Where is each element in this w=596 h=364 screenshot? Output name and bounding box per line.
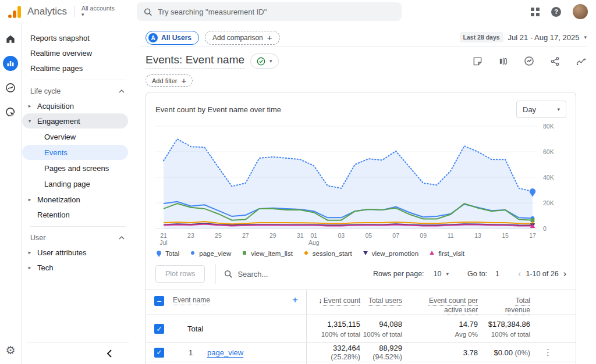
svg-text:23: 23 — [187, 232, 194, 239]
sidebar-section-user[interactable]: User — [22, 231, 134, 245]
add-dimension-icon[interactable]: + — [292, 296, 298, 304]
svg-text:01: 01 — [310, 232, 317, 239]
page-next-icon[interactable]: › — [563, 269, 566, 279]
account-switcher[interactable]: All accounts ▾ — [81, 5, 115, 18]
total-row-checkbox[interactable]: ✓ — [154, 324, 164, 334]
svg-text:0: 0 — [543, 225, 547, 232]
add-filter-button[interactable]: Add filter + — [146, 74, 193, 87]
all-users-comparison-chip[interactable]: A All Users — [146, 31, 199, 45]
date-preset-badge: Last 28 days — [460, 32, 503, 42]
goto-value[interactable]: 1 — [495, 270, 499, 278]
notes-icon[interactable] — [473, 56, 483, 66]
reports-icon[interactable] — [3, 56, 18, 71]
plus-icon: + — [181, 77, 186, 84]
svg-text:09: 09 — [420, 232, 427, 239]
svg-text:80K: 80K — [543, 123, 554, 130]
intelligence-sparkline-icon[interactable] — [576, 56, 587, 66]
total-row-label: Total — [187, 324, 203, 333]
sidebar-section-lifecycle[interactable]: Life cycle — [22, 84, 134, 98]
total-users: 94,088 — [360, 320, 402, 329]
add-comparison-button[interactable]: Add comparison + — [205, 31, 279, 45]
collapse-sidebar-icon[interactable] — [107, 349, 112, 358]
home-icon[interactable] — [3, 31, 18, 47]
sidebar-item-monetization[interactable]: ▸ Monetization — [22, 192, 134, 207]
global-search[interactable] — [137, 2, 402, 21]
legend-item[interactable]: view_promotion — [362, 249, 419, 257]
sidebar-item-user-attributes[interactable]: ▸ User attributes — [22, 245, 134, 260]
column-header-event-count-per-active-user[interactable]: Event count per active user — [429, 297, 478, 314]
caret-down-icon: ▾ — [81, 12, 84, 18]
global-search-input[interactable] — [158, 8, 395, 16]
sidebar-item-overview[interactable]: Overview — [22, 129, 134, 144]
nav-rail: ⚙ — [0, 23, 22, 364]
table-toolbar: Plot rows Rows per page: 10 ▾ Go to: 1 ‹… — [155, 264, 566, 284]
sidebar-item-landing-page[interactable]: Landing page — [22, 176, 134, 191]
column-header-event-count[interactable]: Event count — [324, 297, 360, 305]
legend-item[interactable]: view_item_list — [241, 249, 293, 257]
table-search-input[interactable] — [237, 270, 313, 279]
sidebar-item-pages-and-screens[interactable]: Pages and screens — [22, 160, 134, 176]
sidebar-item-events[interactable]: Events — [22, 145, 128, 160]
user-avatar[interactable] — [573, 4, 588, 19]
svg-text:40K: 40K — [543, 174, 554, 181]
caret-down-icon[interactable]: ▾ — [446, 271, 449, 277]
svg-text:07: 07 — [392, 232, 399, 239]
chevron-up-icon — [119, 236, 125, 240]
select-all-checkbox[interactable]: – — [154, 296, 164, 306]
column-header-total-users[interactable]: Total users — [368, 297, 402, 305]
sidebar-item-retention[interactable]: Retention — [22, 207, 134, 222]
row-checkbox[interactable]: ✓ — [154, 348, 164, 358]
plot-rows-button[interactable]: Plot rows — [155, 265, 205, 283]
apps-grid-icon[interactable] — [531, 8, 540, 16]
legend-diamond-icon — [303, 249, 310, 257]
legend-item[interactable]: Total — [155, 249, 179, 257]
row-menu-icon[interactable]: ⋮ — [544, 347, 552, 358]
sidebar-item-engagement[interactable]: ▾ Engagement — [22, 113, 128, 129]
caret-down-icon: ▾ — [557, 106, 560, 112]
rows-per-page-label: Rows per page: — [373, 270, 424, 278]
date-range-picker[interactable]: Jul 21 - Aug 17, 2025 — [508, 33, 580, 42]
report-title[interactable]: Events: Event name — [146, 53, 244, 69]
sidebar-item-realtime-pages[interactable]: Realtime pages — [22, 60, 134, 76]
help-icon[interactable]: ? — [551, 7, 561, 17]
legend-item[interactable]: page_view — [189, 249, 231, 257]
plus-icon: + — [267, 34, 272, 41]
admin-gear-icon[interactable]: ⚙ — [5, 345, 15, 356]
comparison-a-badge: A — [148, 33, 158, 42]
svg-text:Aug: Aug — [308, 239, 320, 246]
legend-item[interactable]: session_start — [303, 249, 352, 257]
column-header-total-revenue[interactable]: Total revenue — [505, 297, 530, 314]
app-title: Analytics — [27, 6, 67, 17]
table-header-row: – Event name + ↓Event count Total users … — [146, 290, 576, 315]
report-nav-sidebar: Reports snapshot Realtime overview Realt… — [22, 23, 134, 364]
report-data-quality-chip[interactable]: ▾ — [250, 53, 279, 69]
edit-comparisons-icon[interactable] — [498, 56, 508, 66]
chart-legend: Totalpage_viewview_item_listsession_star… — [155, 249, 566, 257]
report-card: Event count by Event name over time Day … — [146, 92, 576, 364]
svg-text:31: 31 — [297, 232, 304, 239]
sidebar-item-reports-snapshot[interactable]: Reports snapshot — [22, 30, 134, 45]
google-analytics-logo-icon — [8, 5, 22, 18]
advertising-icon[interactable] — [3, 105, 18, 120]
sidebar-item-tech[interactable]: ▸ Tech — [22, 260, 134, 275]
legend-triangle-down-icon — [362, 249, 369, 257]
event-name-link[interactable]: page_view — [207, 348, 243, 357]
insights-icon[interactable] — [524, 56, 534, 66]
table-total-row: ✓ Total 1,315,115100% of total 94,088100… — [146, 315, 576, 343]
svg-text:05: 05 — [365, 232, 372, 239]
column-header-event-name[interactable]: Event name — [173, 296, 210, 305]
share-icon[interactable] — [550, 56, 560, 66]
granularity-select[interactable]: Day ▾ — [516, 101, 566, 118]
svg-text:27: 27 — [242, 232, 249, 239]
svg-text:60K: 60K — [543, 148, 554, 155]
rows-per-page-value[interactable]: 10 — [434, 270, 442, 278]
svg-text:21: 21 — [160, 232, 167, 239]
sidebar-item-realtime-overview[interactable]: Realtime overview — [22, 45, 134, 60]
sidebar-footer — [27, 342, 129, 364]
table-search[interactable] — [224, 270, 313, 279]
sidebar-item-acquisition[interactable]: ▸ Acquisition — [22, 98, 134, 113]
svg-text:03: 03 — [338, 232, 345, 239]
explore-icon[interactable] — [3, 80, 18, 95]
page-previous-icon[interactable]: ‹ — [518, 269, 521, 279]
legend-item[interactable]: first_visit — [428, 249, 464, 257]
